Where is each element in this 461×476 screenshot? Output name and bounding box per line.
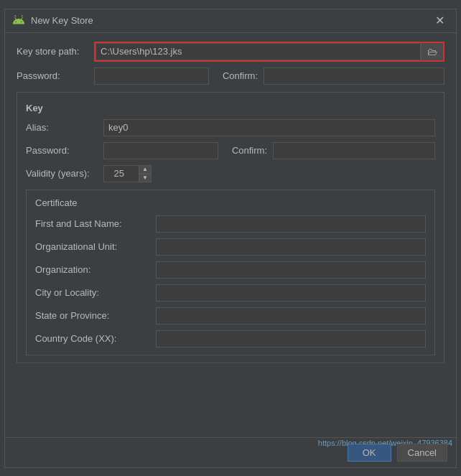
certificate-section: Certificate First and Last Name: Organiz… [26, 190, 435, 355]
cert-row-country: Country Code (XX): [35, 330, 426, 347]
keystore-path-label: Key store path: [17, 46, 88, 57]
cert-name-label: First and Last Name: [35, 218, 150, 229]
cert-city-label: City or Locality: [35, 287, 150, 298]
top-password-label: Password: [17, 70, 88, 81]
ok-button[interactable]: OK [348, 444, 391, 462]
title-bar: New Key Store ✕ [5, 9, 456, 33]
key-section-label: Key [26, 103, 435, 113]
new-key-store-dialog: New Key Store ✕ Key store path: 🗁 Passwo… [4, 9, 457, 468]
top-confirm-input[interactable] [264, 67, 444, 85]
android-icon [12, 14, 25, 27]
alias-row: Alias: [26, 119, 435, 136]
title-bar-left: New Key Store [12, 14, 93, 27]
browse-folder-button[interactable]: 🗁 [421, 43, 443, 60]
keystore-path-row: Key store path: 🗁 [17, 42, 444, 62]
cert-org-input[interactable] [156, 261, 426, 279]
dialog-content: Key store path: 🗁 Password: Confirm: Key… [5, 33, 456, 437]
cert-org-label: Organization: [35, 264, 150, 275]
spinner-up-button[interactable]: ▲ [139, 165, 152, 174]
spinner-buttons: ▲ ▼ [139, 165, 152, 182]
cert-org-unit-input[interactable] [156, 238, 426, 256]
key-section: Key Alias: Password: Confirm: Validity (… [17, 92, 444, 363]
certificate-title: Certificate [35, 197, 426, 208]
folder-icon: 🗁 [427, 46, 437, 57]
top-password-input[interactable] [94, 67, 209, 85]
spinner-down-button[interactable]: ▼ [139, 174, 152, 182]
validity-label: Validity (years): [26, 168, 98, 179]
top-confirm-label: Confirm: [215, 70, 258, 81]
top-password-row: Password: Confirm: [17, 67, 444, 85]
validity-spinner: ▲ ▼ [103, 165, 152, 182]
footer: OK Cancel [5, 437, 456, 467]
key-password-row: Password: Confirm: [26, 142, 435, 159]
cert-row-org: Organization: [35, 261, 426, 279]
keystore-path-input-wrapper: 🗁 [94, 42, 444, 62]
keystore-path-input[interactable] [96, 43, 421, 60]
cert-country-input[interactable] [156, 330, 426, 347]
cert-city-input[interactable] [156, 284, 426, 302]
validity-input[interactable] [103, 165, 139, 182]
alias-label: Alias: [26, 122, 98, 133]
cert-row-name: First and Last Name: [35, 215, 426, 233]
cert-name-input[interactable] [156, 215, 426, 233]
key-confirm-label: Confirm: [224, 145, 267, 156]
cancel-button[interactable]: Cancel [397, 444, 447, 462]
cert-state-input[interactable] [156, 307, 426, 325]
close-button[interactable]: ✕ [431, 14, 449, 28]
cert-state-label: State or Province: [35, 310, 150, 321]
cert-row-city: City or Locality: [35, 284, 426, 302]
key-password-input[interactable] [103, 142, 218, 159]
cert-org-unit-label: Organizational Unit: [35, 241, 150, 252]
dialog-title: New Key Store [31, 15, 93, 26]
alias-input[interactable] [103, 119, 435, 136]
key-confirm-input[interactable] [273, 142, 435, 159]
key-password-label: Password: [26, 145, 98, 156]
cert-country-label: Country Code (XX): [35, 333, 150, 344]
cert-row-state: State or Province: [35, 307, 426, 325]
cert-row-org-unit: Organizational Unit: [35, 238, 426, 256]
validity-row: Validity (years): ▲ ▼ [26, 165, 435, 182]
